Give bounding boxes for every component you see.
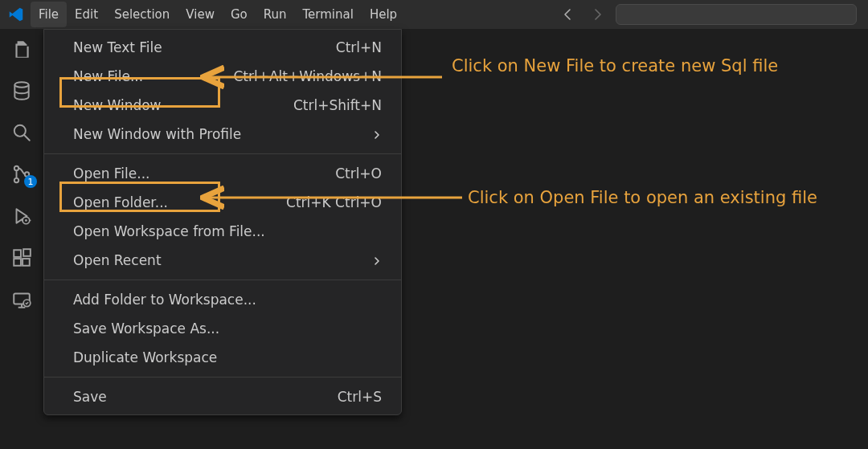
activitybar: 1 (0, 29, 43, 449)
menu-item-new-window-with-profile[interactable]: New Window with Profile (44, 120, 401, 149)
menu-item-open-file[interactable]: Open File...Ctrl+O (44, 159, 401, 188)
file-menu-dropdown: New Text FileCtrl+NNew File...Ctrl+Alt+W… (43, 29, 402, 415)
command-center-input[interactable] (616, 4, 857, 25)
chevron-right-icon (372, 126, 382, 143)
annotation-open-file: Click on Open File to open an existing f… (468, 188, 817, 207)
nav-forward-icon[interactable] (587, 4, 608, 25)
menu-item-label: Open File... (73, 165, 335, 182)
menu-item-label: Open Folder... (73, 194, 286, 210)
menubar-item-file[interactable]: File (31, 2, 67, 27)
nav-back-icon[interactable] (558, 4, 579, 25)
menu-item-open-folder[interactable]: Open Folder...Ctrl+K Ctrl+O (44, 188, 401, 217)
run-debug-icon[interactable] (10, 204, 34, 228)
menubar-item-terminal[interactable]: Terminal (295, 2, 362, 27)
source-control-badge: 1 (24, 175, 37, 188)
titlebar: FileEditSelectionViewGoRunTerminalHelp (0, 0, 868, 29)
menu-item-label: Open Recent (73, 252, 372, 268)
menu-item-label: Open Workspace from File... (73, 223, 382, 239)
app-logo-icon (6, 5, 26, 24)
menu-item-add-folder-to-workspace[interactable]: Add Folder to Workspace... (44, 285, 401, 314)
svg-point-0 (14, 82, 28, 88)
svg-rect-12 (23, 259, 30, 266)
explorer-icon[interactable] (10, 37, 34, 61)
menu-item-label: Save Workspace As... (73, 320, 382, 337)
menubar-item-view[interactable]: View (178, 2, 223, 27)
menu-item-label: New File... (73, 68, 233, 84)
chevron-right-icon (372, 252, 382, 269)
search-icon[interactable] (10, 120, 34, 145)
menubar-item-edit[interactable]: Edit (67, 2, 106, 27)
menubar-item-selection[interactable]: Selection (106, 2, 178, 27)
menubar: FileEditSelectionViewGoRunTerminalHelp (31, 2, 405, 27)
source-control-icon[interactable]: 1 (10, 162, 34, 186)
database-icon[interactable] (10, 79, 34, 103)
menu-item-save-workspace-as[interactable]: Save Workspace As... (44, 314, 401, 343)
menu-separator (44, 153, 401, 154)
menu-item-label: New Window (73, 97, 293, 113)
menu-item-shortcut: Ctrl+K Ctrl+O (286, 194, 382, 210)
menu-item-shortcut: Ctrl+S (338, 389, 382, 405)
menu-item-label: Duplicate Workspace (73, 349, 382, 365)
menu-separator (44, 280, 401, 280)
svg-point-7 (25, 219, 27, 222)
svg-rect-11 (14, 259, 21, 266)
extensions-icon[interactable] (10, 246, 34, 270)
remote-icon[interactable] (10, 288, 34, 312)
menu-item-duplicate-workspace[interactable]: Duplicate Workspace (44, 343, 401, 372)
menu-separator (44, 377, 401, 378)
svg-line-2 (24, 135, 30, 141)
svg-point-3 (14, 166, 18, 170)
titlebar-right (558, 4, 868, 25)
menu-item-shortcut: Ctrl+O (335, 165, 382, 182)
menu-item-new-window[interactable]: New WindowCtrl+Shift+N (44, 91, 401, 120)
svg-rect-10 (14, 250, 21, 257)
svg-rect-13 (23, 249, 31, 256)
menu-item-label: Add Folder to Workspace... (73, 292, 382, 308)
menu-item-label: New Text File (73, 39, 336, 55)
menu-item-open-recent[interactable]: Open Recent (44, 246, 401, 275)
annotation-new-file: Click on New File to create new Sql file (452, 56, 778, 76)
menu-item-new-file[interactable]: New File...Ctrl+Alt+Windows+N (44, 62, 401, 91)
menubar-item-help[interactable]: Help (362, 2, 405, 27)
menu-item-label: New Window with Profile (73, 126, 372, 142)
svg-point-4 (14, 178, 18, 182)
menubar-item-run[interactable]: Run (256, 2, 295, 27)
menubar-item-go[interactable]: Go (223, 2, 256, 27)
menu-item-shortcut: Ctrl+Shift+N (293, 97, 382, 113)
menu-item-shortcut: Ctrl+Alt+Windows+N (233, 68, 382, 84)
menu-item-label: Save (73, 389, 338, 405)
menu-item-open-workspace-from-file[interactable]: Open Workspace from File... (44, 217, 401, 246)
menu-item-shortcut: Ctrl+N (336, 39, 382, 55)
menu-item-save[interactable]: SaveCtrl+S (44, 382, 401, 411)
menu-item-new-text-file[interactable]: New Text FileCtrl+N (44, 33, 401, 62)
